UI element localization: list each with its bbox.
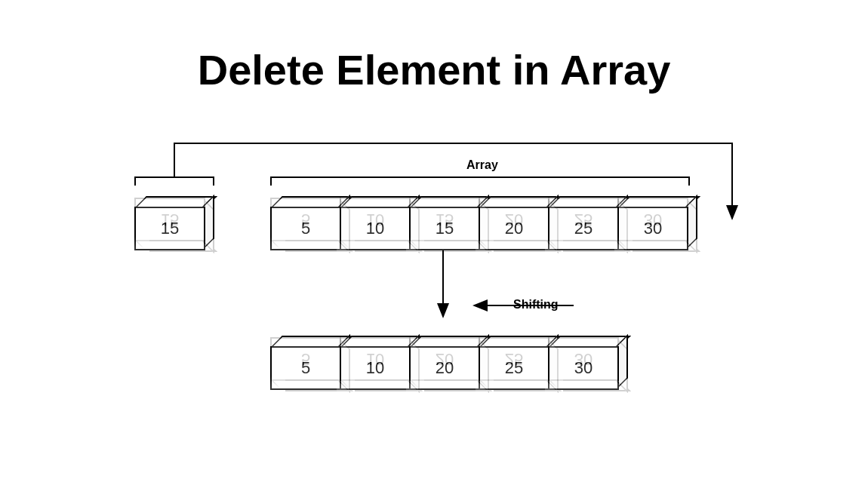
delete-element-value: 15 bbox=[134, 207, 205, 250]
after-value-0: 5 bbox=[270, 346, 341, 390]
diagram-title: Delete Element in Array bbox=[0, 45, 868, 94]
after-value-3: 25 bbox=[479, 346, 549, 390]
before-value-4: 25 bbox=[548, 207, 619, 250]
array-bracket bbox=[270, 176, 690, 186]
delete-bracket bbox=[134, 176, 214, 186]
before-value-5: 30 bbox=[617, 207, 688, 250]
before-value-1: 10 bbox=[340, 207, 411, 250]
before-value-2: 15 bbox=[409, 207, 480, 250]
shifting-label: Shifting bbox=[513, 298, 559, 312]
before-value-0: 5 bbox=[270, 207, 341, 250]
array-label: Array bbox=[466, 158, 498, 172]
before-value-3: 20 bbox=[479, 207, 549, 250]
after-value-4: 30 bbox=[548, 346, 619, 390]
after-value-1: 10 bbox=[340, 346, 411, 390]
after-value-2: 20 bbox=[409, 346, 480, 390]
